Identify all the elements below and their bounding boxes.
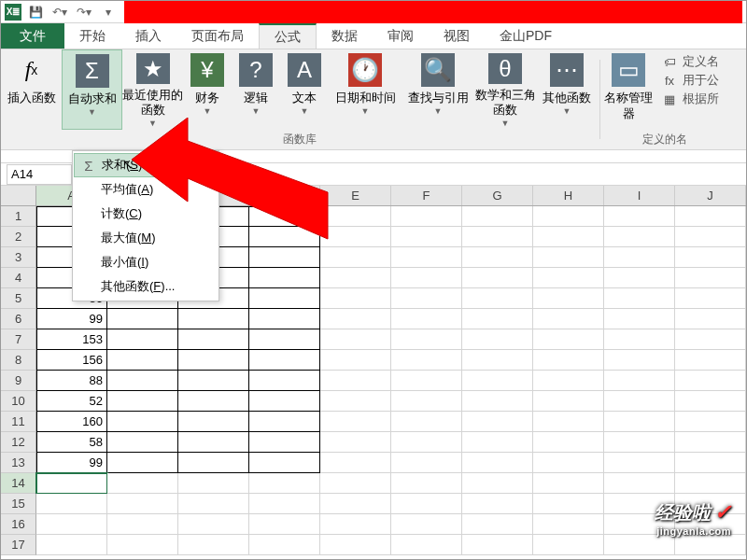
cell[interactable] [462,432,533,453]
cell[interactable] [107,535,178,555]
cell[interactable] [320,309,391,329]
tab-data[interactable]: 数据 [317,23,373,49]
cell[interactable] [533,494,604,514]
cell[interactable] [462,329,533,350]
cell[interactable] [533,329,604,350]
cell[interactable]: 153 [36,329,107,350]
cell[interactable] [675,247,746,268]
menu-item-sum[interactable]: Σ 求和(S) [74,153,218,177]
cell[interactable]: 58 [36,432,107,453]
cell[interactable] [320,329,391,350]
autosum-button[interactable]: Σ 自动求和 ▼ [62,49,122,130]
logical-button[interactable]: ? 逻辑 ▼ [232,49,280,130]
cell[interactable] [533,412,604,432]
cell[interactable] [604,391,675,412]
cell[interactable] [533,227,604,247]
cell[interactable] [604,432,675,453]
name-manager-button[interactable]: ▭ 名称管理器 [602,49,655,130]
cell[interactable] [249,309,320,329]
cell[interactable] [320,288,391,309]
cell[interactable] [391,371,462,391]
row-header[interactable]: 7 [1,329,36,350]
cell[interactable] [107,391,178,412]
cell[interactable] [462,535,533,555]
cell[interactable] [675,288,746,309]
cell[interactable] [320,494,391,514]
tab-insert[interactable]: 插入 [120,23,176,49]
col-header-G[interactable]: G [462,186,533,205]
qat-redo-button[interactable]: ↷▾ [74,2,94,22]
row-header[interactable]: 3 [1,247,36,268]
row-header[interactable]: 15 [1,494,36,514]
row-header[interactable]: 16 [1,514,36,535]
col-header-D[interactable]: D [249,186,320,205]
cell[interactable] [533,535,604,555]
row-header[interactable]: 6 [1,309,36,329]
cell[interactable] [533,268,604,288]
cell[interactable] [675,391,746,412]
cell[interactable] [178,535,249,555]
name-box[interactable]: A14 [7,164,72,185]
row-header[interactable]: 13 [1,453,36,473]
cell[interactable] [675,473,746,494]
cell[interactable] [178,371,249,391]
cell[interactable] [107,412,178,432]
cell[interactable] [391,412,462,432]
cell[interactable] [462,227,533,247]
math-trig-button[interactable]: θ 数学和三角函数 ▼ [474,49,536,130]
tab-home[interactable]: 开始 [64,23,120,49]
row-header[interactable]: 9 [1,371,36,391]
cell[interactable] [178,473,249,494]
cell[interactable] [249,371,320,391]
cell[interactable] [604,309,675,329]
cell[interactable] [462,247,533,268]
cell[interactable] [107,473,178,494]
row-header[interactable]: 12 [1,432,36,453]
cell[interactable] [107,514,178,535]
tab-kingsoft-pdf[interactable]: 金山PDF [485,23,567,49]
cell[interactable] [462,494,533,514]
cell[interactable]: 160 [36,412,107,432]
col-header-E[interactable]: E [320,186,391,205]
cell[interactable] [533,247,604,268]
cell[interactable] [320,350,391,371]
cell[interactable] [533,432,604,453]
tab-view[interactable]: 视图 [429,23,485,49]
cell[interactable]: 99 [36,453,107,473]
row-header[interactable]: 17 [1,535,36,555]
cell[interactable] [391,206,462,227]
cell[interactable] [178,391,249,412]
tab-review[interactable]: 审阅 [373,23,429,49]
cell[interactable] [249,227,320,247]
row-header[interactable]: 11 [1,412,36,432]
cell[interactable] [391,391,462,412]
cell[interactable] [604,473,675,494]
cell[interactable] [675,227,746,247]
cell[interactable] [107,350,178,371]
cell[interactable] [462,288,533,309]
cell[interactable] [675,412,746,432]
cell[interactable] [604,329,675,350]
cell[interactable] [604,412,675,432]
row-header[interactable]: 4 [1,268,36,288]
cell[interactable] [107,453,178,473]
cell[interactable] [320,268,391,288]
cell[interactable] [249,391,320,412]
qat-undo-button[interactable]: ↶▾ [49,2,70,22]
cell[interactable] [391,514,462,535]
row-header[interactable]: 5 [1,288,36,309]
cell[interactable] [178,453,249,473]
cell[interactable] [462,371,533,391]
cell[interactable] [604,247,675,268]
cell[interactable] [675,535,746,555]
row-header[interactable]: 14 [1,473,36,494]
cell[interactable] [107,329,178,350]
cell[interactable] [249,453,320,473]
cell[interactable] [178,412,249,432]
cell[interactable] [320,432,391,453]
cell[interactable] [533,371,604,391]
use-in-formula-button[interactable]: fx用于公 [662,72,719,89]
cell[interactable] [604,288,675,309]
cell[interactable] [391,227,462,247]
cell[interactable] [604,371,675,391]
